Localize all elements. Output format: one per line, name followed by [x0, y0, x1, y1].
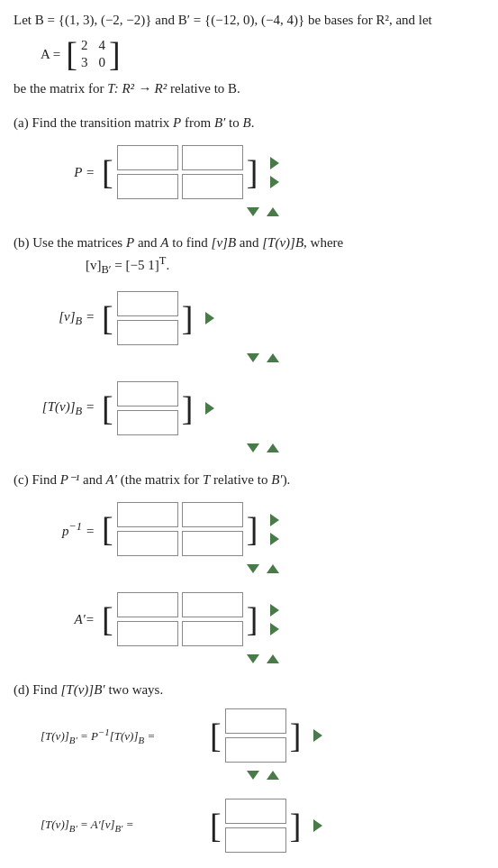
Pinv-down-icon: [247, 564, 259, 573]
be-bases: be bases for: [304, 13, 376, 27]
p-down-btn[interactable]: [246, 205, 260, 219]
vB-label: [v]B =: [41, 309, 95, 328]
part-b-and: and: [134, 235, 160, 250]
vB-down-btn[interactable]: [246, 351, 260, 365]
TvB-cell-1[interactable]: [117, 410, 178, 435]
Aprime-label: A′=: [41, 612, 95, 627]
p-right-bracket: ]: [247, 155, 258, 189]
d-eq2-cell-0[interactable]: [225, 799, 286, 824]
vB-cell-1[interactable]: [117, 320, 178, 345]
part-b-label: (b) Use the matrices P and A to find [v]…: [14, 235, 484, 251]
Aprime-right-icon-2: [270, 623, 279, 635]
TvB-row: [T(v)]B = [ ]: [41, 379, 484, 455]
Pinv-cell-00[interactable]: [117, 502, 178, 527]
TvB-down-btn[interactable]: [246, 441, 260, 455]
p-matrix-eq: P = [ ]: [41, 143, 484, 201]
vB-cell-0[interactable]: [117, 291, 178, 316]
d-eq1-down-btn[interactable]: [246, 768, 260, 782]
part-a-letter: (a): [14, 115, 29, 130]
d-eq1-cell-1[interactable]: [225, 737, 286, 763]
part-c-Aprime: A′: [106, 472, 117, 487]
Aprime-arrow-1[interactable]: [267, 602, 283, 618]
vB-arrow-right[interactable]: [202, 310, 218, 326]
TvB-bracket: [ ]: [102, 379, 193, 437]
Aprime-cell-00[interactable]: [117, 592, 178, 617]
p-arrow-right-2[interactable]: [267, 174, 283, 190]
part-b-given: [v]B′ = [−5 1]T.: [86, 254, 484, 277]
Pinv-bracket: [ ]: [102, 500, 258, 558]
Pinv-eq: p−1 = [ ]: [41, 500, 484, 558]
TvB-up-btn[interactable]: [266, 441, 280, 455]
d-eq1-up-btn[interactable]: [266, 768, 280, 782]
Aprime-arrow-2[interactable]: [267, 621, 283, 637]
part-a-B: B: [243, 115, 251, 130]
p-arrow-right-1[interactable]: [267, 155, 283, 171]
d-eq2-left-bracket: [: [210, 809, 222, 843]
Aprime-cell-10[interactable]: [117, 621, 178, 646]
p-cell-11[interactable]: [182, 174, 243, 199]
part-c-Pinv: P⁻¹: [60, 472, 80, 487]
d-eq1-label: [T(v)]B′ = P−1[T(v)]B =: [41, 726, 203, 745]
Pinv-arrow-1[interactable]: [267, 512, 283, 528]
d-eq1-row: [T(v)]B′ = P−1[T(v)]B = [ ]: [41, 707, 484, 782]
Aprime-cell-11[interactable]: [182, 621, 243, 646]
matrix-A-label: A =: [41, 47, 60, 62]
Pinv-cell-10[interactable]: [117, 531, 178, 556]
a11: 2: [81, 38, 88, 53]
d-eq2-arrow[interactable]: [310, 818, 326, 834]
Aprime-down-btn[interactable]: [246, 652, 260, 666]
vB-up-btn[interactable]: [266, 351, 280, 365]
Pinv-down-btn[interactable]: [246, 562, 260, 576]
part-b-tofind: to find: [168, 235, 211, 250]
d-eq2-cell-1[interactable]: [225, 827, 286, 853]
p-matrix-grid: [113, 143, 247, 201]
TvB-right-bracket: ]: [182, 391, 194, 425]
d-eq1-cell-0[interactable]: [225, 708, 286, 734]
Aprime-cell-01[interactable]: [182, 592, 243, 617]
Aprime-up-btn[interactable]: [266, 652, 280, 666]
Pinv-up-btn[interactable]: [266, 562, 280, 576]
part-c-period: ).: [283, 472, 291, 487]
right-bracket: ]: [109, 37, 121, 71]
TvB-cell-0[interactable]: [117, 381, 178, 407]
TvB-arrow-right[interactable]: [202, 400, 218, 416]
desc4: B.: [228, 81, 240, 96]
part-b: (b) Use the matrices P and A to find [v]…: [14, 235, 484, 455]
Pinv-row: p−1 = [ ]: [41, 500, 484, 576]
part-a-text: Find the transition matrix: [29, 115, 173, 130]
d-eq1: [T(v)]B′ = P−1[T(v)]B = [ ]: [41, 707, 484, 764]
d-eq1-right-bracket: ]: [290, 718, 302, 753]
part-d-twoways: two ways.: [105, 682, 164, 697]
p-cell-01[interactable]: [182, 145, 243, 170]
TvB-arrow-col: [202, 400, 218, 416]
Pinv-arrow-2[interactable]: [267, 531, 283, 547]
Aprime-left-bracket: [: [102, 602, 113, 636]
p-label: P =: [41, 165, 95, 180]
TvB-updown: [41, 441, 484, 455]
d-eq2-label: [T(v)]B′ = A′[v]B′ =: [41, 818, 203, 834]
left-bracket: [: [66, 37, 77, 71]
Pinv-cell-11[interactable]: [182, 531, 243, 556]
TvB-right-arrow-icon: [205, 402, 214, 415]
Pinv-cell-01[interactable]: [182, 502, 243, 527]
desc3: relative to: [167, 81, 228, 96]
vB-left-bracket: [: [102, 301, 113, 335]
d-eq1-up-icon: [267, 771, 279, 780]
p-up-btn[interactable]: [266, 205, 280, 219]
d-eq1-arrow[interactable]: [310, 727, 326, 744]
part-b-and2: and: [236, 235, 262, 250]
part-c-label: (c) Find P⁻¹ and A′ (the matrix for T re…: [14, 471, 484, 488]
p-cell-10[interactable]: [117, 174, 178, 199]
part-a: (a) Find the transition matrix P from B′…: [14, 115, 484, 219]
B-def: B = {(1, 3), (−2, −2)}: [35, 13, 152, 27]
p-arrow-col: [267, 155, 283, 190]
matrix-A-bracket: [ 2 4 3 0 ]: [66, 36, 120, 72]
d-eq1-updown: [41, 768, 484, 782]
part-d-TvBprime: [T(v)]B′: [61, 682, 105, 697]
part-d: (d) Find [T(v)]B′ two ways. [T(v)]B′ = P…: [14, 682, 484, 854]
d-eq1-left-bracket: [: [210, 718, 222, 753]
vB-row: [v]B = [ ]: [41, 289, 484, 365]
TvB-up-icon: [267, 443, 279, 452]
p-cell-00[interactable]: [117, 145, 178, 170]
part-a-label: (a) Find the transition matrix P from B′…: [14, 115, 484, 131]
